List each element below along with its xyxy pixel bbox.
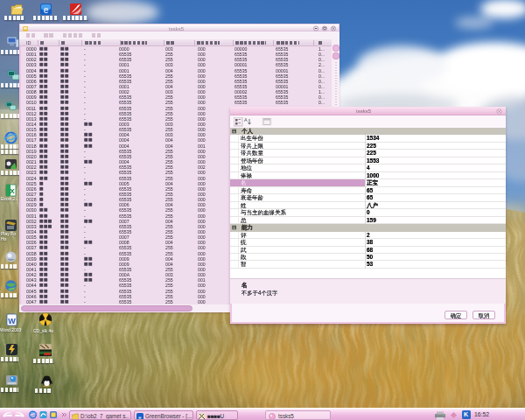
svg-text:e: e bbox=[44, 5, 49, 15]
svg-text:A: A bbox=[244, 117, 248, 122]
svg-text:X: X bbox=[10, 187, 15, 195]
svg-text:W: W bbox=[8, 317, 16, 326]
